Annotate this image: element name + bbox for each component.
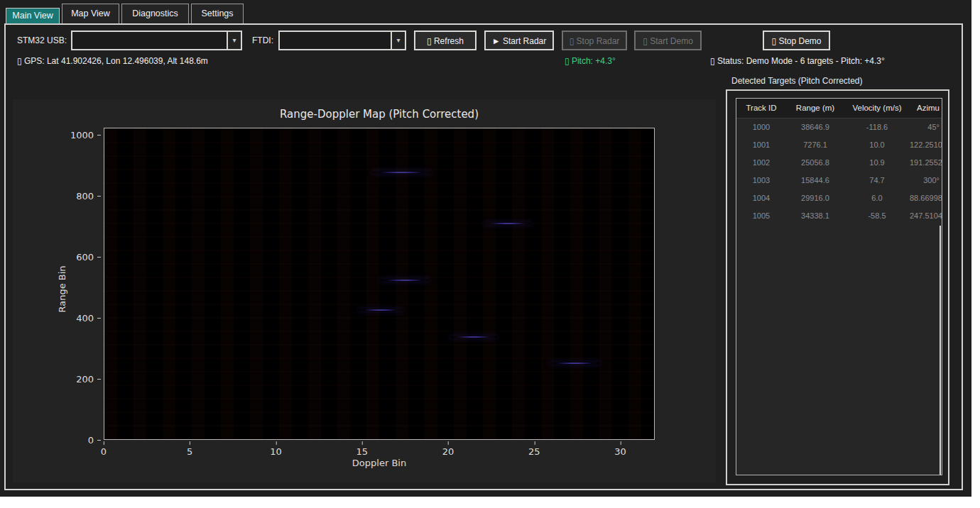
table-cell: 29916.0 [786, 189, 844, 207]
tab-main-view[interactable]: Main View [6, 8, 60, 24]
table-cell: 1001 [736, 136, 786, 154]
ftdi-label: FTDI: [252, 35, 273, 45]
table-cell: -58.5 [844, 207, 910, 225]
column-header-azimuth[interactable]: Azimu [910, 99, 942, 118]
table-cell: 247.5104 [910, 207, 942, 225]
table-cell: 74.7 [844, 172, 910, 189]
table-cell: 122.2510 [910, 136, 942, 154]
y-tick-label: 400 [76, 313, 101, 324]
x-tick-label: 30 [614, 446, 626, 457]
tab-settings[interactable]: Settings [191, 4, 244, 24]
table-row[interactable]: 100534338.1-58.5247.5104 [736, 207, 942, 225]
y-tick-label: 200 [76, 374, 101, 385]
x-tick-label: 0 [101, 446, 107, 457]
table-cell: 34338.1 [786, 207, 844, 225]
gps-status-text: ▯ GPS: Lat 41.902426, Lon 12.496039, Alt… [17, 56, 208, 66]
table-cell: 1003 [736, 172, 786, 189]
stm32-usb-combobox[interactable]: ▾ [71, 31, 242, 50]
target-return-streak [450, 336, 496, 338]
target-return-streak [380, 280, 430, 282]
table-cell: 1004 [736, 189, 786, 207]
x-ticks: 051015202530 [104, 441, 655, 458]
table-row[interactable]: 10017276.110.0122.2510 [736, 136, 942, 154]
tab-diagnostics[interactable]: Diagnostics [121, 4, 189, 24]
table-cell: 10.9 [844, 154, 910, 172]
column-header-track-id[interactable]: Track ID [736, 99, 786, 118]
target-return-streak [549, 363, 601, 365]
pitch-status-text: ▯ Pitch: +4.3° [565, 56, 616, 66]
table-cell: 300° [910, 172, 942, 189]
table-cell: 6.0 [844, 189, 910, 207]
app-window: Main View Map View Diagnostics Settings … [0, 0, 971, 497]
table-scrollbar[interactable] [940, 226, 941, 475]
x-tick-label: 10 [270, 446, 282, 457]
ftdi-combobox[interactable]: ▾ [278, 31, 406, 50]
table-cell: 25056.8 [786, 154, 844, 172]
chart-title: Range-Doppler Map (Pitch Corrected) [104, 108, 655, 121]
range-doppler-plot [104, 128, 655, 440]
y-ticks: 02004006008001000 [16, 128, 101, 440]
table-cell: 7276.1 [786, 136, 844, 154]
x-tick-label: 15 [356, 446, 368, 457]
table-cell: 45° [910, 118, 942, 136]
x-tick-label: 5 [187, 446, 192, 457]
table-cell: 191.2552 [910, 154, 942, 172]
chevron-down-icon[interactable]: ▾ [391, 32, 405, 49]
table-row[interactable]: 100429916.06.088.66998 [736, 189, 942, 207]
targets-table-body: 100038646.9-118.645°10017276.110.0122.25… [736, 118, 942, 225]
targets-panel-title: Detected Targets (Pitch Corrected) [731, 76, 863, 86]
x-tick-label: 20 [442, 446, 454, 457]
tab-map-view[interactable]: Map View [62, 4, 119, 24]
table-cell: 10.0 [844, 136, 910, 154]
x-tick-label: 25 [528, 446, 540, 457]
targets-table: Track ID Range (m) Velocity (m/s) Azimu … [736, 98, 942, 475]
table-header: Track ID Range (m) Velocity (m/s) Azimu [736, 99, 942, 118]
y-tick-label: 0 [88, 435, 101, 446]
column-header-range[interactable]: Range (m) [786, 99, 844, 118]
table-row[interactable]: 100225056.810.9191.2552 [736, 154, 942, 172]
range-doppler-figure: Range-Doppler Map (Pitch Corrected) Rang… [13, 99, 716, 482]
stop-demo-button[interactable]: ▯ Stop Demo [763, 31, 830, 50]
y-tick-label: 600 [76, 252, 101, 263]
table-cell: 1005 [736, 207, 786, 225]
column-header-velocity[interactable]: Velocity (m/s) [844, 99, 910, 118]
stop-radar-button[interactable]: ▯ Stop Radar [562, 31, 627, 50]
table-row[interactable]: 100038646.9-118.645° [736, 118, 942, 136]
target-return-streak [359, 309, 403, 311]
main-content-frame: STM32 USB: ▾ FTDI: ▾ ▯ Refresh ► Start R… [4, 23, 963, 490]
refresh-button[interactable]: ▯ Refresh [414, 31, 477, 50]
demo-status-text: ▯ Status: Demo Mode - 6 targets - Pitch:… [710, 56, 885, 66]
table-row[interactable]: 100315844.674.7300° [736, 172, 942, 189]
y-tick-label: 800 [76, 191, 101, 201]
table-cell: -118.6 [844, 118, 910, 136]
target-return-streak [484, 223, 533, 225]
x-axis-label: Doppler Bin [104, 458, 655, 468]
table-cell: 1002 [736, 154, 786, 172]
table-cell: 1000 [736, 118, 786, 136]
table-cell: 15844.6 [786, 172, 844, 189]
stm32-usb-label: STM32 USB: [17, 35, 67, 45]
chevron-down-icon[interactable]: ▾ [227, 32, 241, 49]
start-demo-button[interactable]: ▯ Start Demo [634, 31, 702, 50]
table-cell: 88.66998 [910, 189, 942, 207]
start-radar-button[interactable]: ► Start Radar [484, 31, 554, 50]
targets-groupbox: Track ID Range (m) Velocity (m/s) Azimu … [726, 89, 949, 485]
table-cell: 38646.9 [786, 118, 844, 136]
y-tick-label: 1000 [70, 130, 101, 140]
target-return-streak [372, 171, 430, 173]
